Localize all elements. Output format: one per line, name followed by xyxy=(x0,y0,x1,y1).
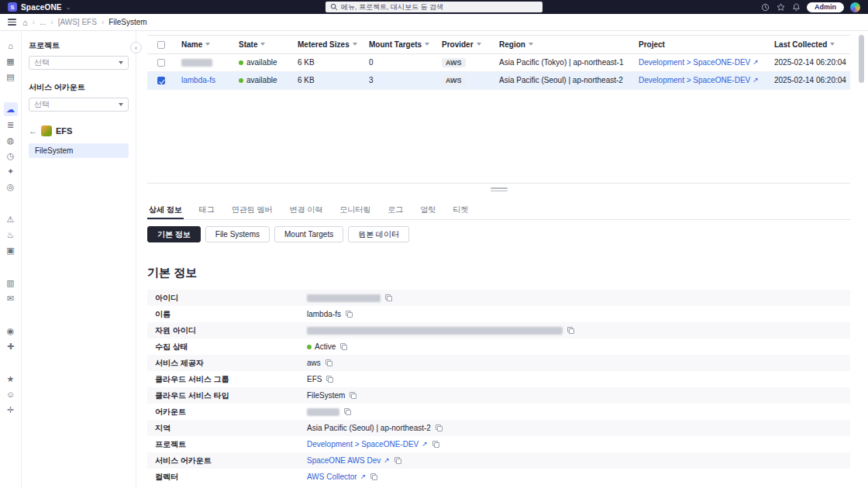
copy-icon[interactable] xyxy=(326,359,332,366)
nav-home-icon[interactable]: ⌂ xyxy=(4,39,18,53)
copy-icon[interactable] xyxy=(350,392,356,399)
region-cell: Asia Pacific (Tokyo) | ap-northeast-1 xyxy=(493,53,632,71)
column-header-provider[interactable]: Provider xyxy=(436,36,493,53)
subtab-원본-데이터[interactable]: 원본 데이터 xyxy=(348,226,409,242)
sort-icon[interactable] xyxy=(477,43,481,46)
recent-history-icon[interactable] xyxy=(760,2,770,12)
copy-icon[interactable] xyxy=(432,441,439,448)
user-avatar[interactable] xyxy=(850,2,860,12)
copy-icon[interactable] xyxy=(344,408,351,415)
spaceone-logo[interactable]: S xyxy=(8,2,17,12)
tab-상세-정보[interactable]: 상세 정보 xyxy=(147,201,184,219)
sort-icon[interactable] xyxy=(353,43,357,46)
nav-regions-icon[interactable]: ◍ xyxy=(4,133,18,147)
copy-icon[interactable] xyxy=(567,327,574,334)
column-header-state[interactable]: State xyxy=(232,36,291,53)
workspace-switcher-icon[interactable]: ⌄ xyxy=(66,4,71,11)
global-search-input[interactable] xyxy=(341,3,538,11)
copy-icon[interactable] xyxy=(346,311,353,318)
column-header-last-collected[interactable]: Last Collected xyxy=(768,36,850,53)
select-all-checkbox[interactable] xyxy=(157,41,165,49)
tab-모니터링[interactable]: 모니터링 xyxy=(338,201,372,219)
field-value-wrap: AWS Collector↗ xyxy=(307,473,377,481)
sort-icon[interactable] xyxy=(260,43,265,46)
sort-icon[interactable] xyxy=(529,43,533,46)
nav-collector-history-icon[interactable]: ◷ xyxy=(4,149,18,163)
column-header-region[interactable]: Region xyxy=(493,36,632,53)
field-row-수집-상태: 수집 상태Active xyxy=(147,339,850,355)
field-label: 클라우드 서비스 타입 xyxy=(147,390,307,401)
chevron-down-icon xyxy=(119,61,123,64)
resize-handle[interactable] xyxy=(147,187,850,192)
field-row-자원-아이디: 자원 아이디 xyxy=(147,322,850,339)
sort-icon[interactable] xyxy=(830,43,835,46)
nav-alerts-icon[interactable]: ⚠ xyxy=(4,212,18,226)
notifications-bell-icon[interactable] xyxy=(791,2,801,12)
tab-변경-이력[interactable]: 변경 이력 xyxy=(288,201,325,219)
last-collected-cell: 2025-02-14 06:20:04 xyxy=(768,53,850,71)
nav-budgets-icon[interactable]: ✉ xyxy=(4,291,18,305)
global-search[interactable] xyxy=(326,2,542,12)
project-link[interactable]: Development > SpaceONE-DEV↗ xyxy=(639,76,759,84)
column-header-project[interactable]: Project xyxy=(632,36,768,53)
tab-연관된-멤버[interactable]: 연관된 멤버 xyxy=(230,201,274,219)
project-select[interactable]: 선택 xyxy=(29,56,129,70)
tab-로그[interactable]: 로그 xyxy=(386,201,405,219)
service-account-select[interactable]: 선택 xyxy=(29,98,129,112)
nav-cost-analysis-icon[interactable]: ▥ xyxy=(4,276,18,290)
field-value: lambda-fs xyxy=(307,310,341,318)
table-row[interactable]: lambda-fsavailable6 KB3AWSAsia Pacific (… xyxy=(147,71,850,89)
back-icon[interactable]: ← xyxy=(29,126,37,136)
column-header-name[interactable]: Name xyxy=(175,36,232,53)
collapse-sidebar-button[interactable]: ‹ xyxy=(130,42,142,53)
nav-incidents-icon[interactable]: ♨ xyxy=(4,228,18,242)
nav-dashboards-icon[interactable]: ▦ xyxy=(4,54,18,68)
scrollbar-thumb[interactable] xyxy=(859,35,864,83)
copy-icon[interactable] xyxy=(326,376,333,383)
column-header-metered-sizes[interactable]: Metered Sizes xyxy=(291,36,363,53)
tab-티켓[interactable]: 티켓 xyxy=(451,201,470,219)
state-dot xyxy=(239,60,243,65)
sort-icon[interactable] xyxy=(205,43,210,46)
row-checkbox[interactable] xyxy=(157,77,165,84)
field-label: 지역 xyxy=(147,423,307,434)
breadcrumb-item--aws-efs[interactable]: [AWS] EFS xyxy=(58,18,97,26)
subtab-mount-targets[interactable]: Mount Targets xyxy=(274,226,343,242)
table-row[interactable]: available6 KB0AWSAsia Pacific (Tokyo) | … xyxy=(147,53,850,71)
nav-notes-icon[interactable]: ▣ xyxy=(4,243,18,257)
nav-boards-icon[interactable]: ▤ xyxy=(4,70,18,84)
nav-cloud-service-icon[interactable]: ☁ xyxy=(4,102,18,116)
nav-ops-flow-icon[interactable]: ◉ xyxy=(4,324,18,338)
breadcrumb-item--[interactable]: ... xyxy=(40,18,46,26)
section-title: 기본 정보 xyxy=(147,266,850,280)
copy-icon[interactable] xyxy=(370,473,377,480)
admin-mode-toggle[interactable]: Admin xyxy=(807,2,844,12)
field-label: 컬렉터 xyxy=(147,472,307,483)
nav-apps-icon[interactable]: ✛ xyxy=(4,403,18,417)
masked-text xyxy=(307,294,381,302)
favorites-star-icon[interactable] xyxy=(776,2,785,12)
nav-users-icon[interactable]: ☺ xyxy=(4,387,18,401)
tab-얼럿[interactable]: 얼럿 xyxy=(418,201,437,219)
sort-icon[interactable] xyxy=(425,43,429,46)
nav-plugins-icon[interactable]: ✚ xyxy=(4,339,18,353)
tab-태그[interactable]: 태그 xyxy=(198,201,216,219)
nav-servers-icon[interactable]: ≣ xyxy=(4,118,18,132)
resource-name-link[interactable]: lambda-fs xyxy=(181,76,215,84)
nav-service-map-icon[interactable]: ◎ xyxy=(4,180,18,194)
nav-metric-explorer-icon[interactable]: ✦ xyxy=(4,164,18,178)
copy-icon[interactable] xyxy=(340,343,347,350)
subtab-file-systems[interactable]: File Systems xyxy=(205,226,270,242)
menu-hamburger-icon[interactable] xyxy=(8,19,16,26)
subtab-기본-정보[interactable]: 기본 정보 xyxy=(147,226,201,242)
row-checkbox[interactable] xyxy=(157,59,165,67)
home-crumb-icon[interactable]: ⌂ xyxy=(22,18,28,27)
copy-icon[interactable] xyxy=(385,294,392,301)
nav-favorites-icon[interactable]: ★ xyxy=(4,372,18,386)
project-link[interactable]: Development > SpaceONE-DEV↗ xyxy=(639,58,759,67)
copy-icon[interactable] xyxy=(394,457,401,464)
vertical-scrollbar[interactable] xyxy=(859,35,864,488)
sidebar-item-filesystem[interactable]: FileSystem xyxy=(29,143,129,158)
copy-icon[interactable] xyxy=(436,424,443,431)
column-header-mount-targets[interactable]: Mount Targets xyxy=(363,36,436,53)
